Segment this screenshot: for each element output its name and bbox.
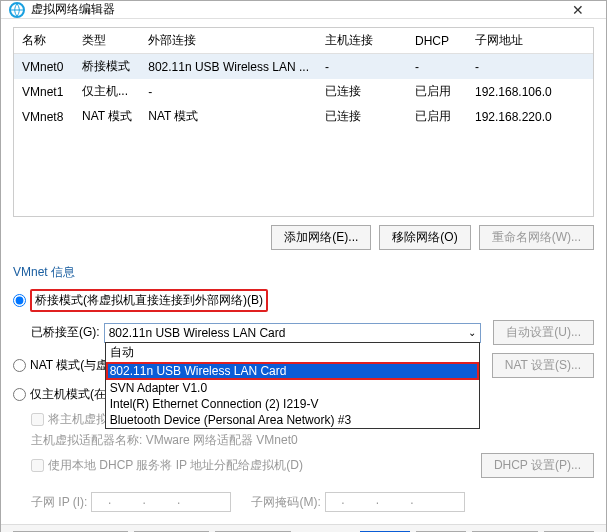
dialog-footer: 还原默认设置(R) 导入(T)... 导出(X)... 确定 取消 应用(A) … — [1, 524, 606, 532]
bridge-adapter-combo[interactable]: 802.11n USB Wireless LAN Card ⌄ 自动 802.1… — [104, 323, 482, 343]
hostonly-radio-label: 仅主机模式(在 — [30, 386, 106, 403]
use-dhcp-label: 使用本地 DHCP 服务将 IP 地址分配给虚拟机(D) — [48, 457, 303, 474]
bridge-to-label: 已桥接至(G): — [31, 324, 100, 341]
subnet-ip-label: 子网 IP (I): — [31, 494, 87, 511]
dialog-window: 虚拟网络编辑器 ✕ 名称 类型 外部连接 主机连接 DHCP 子网地址 — [0, 0, 607, 532]
subnet-ip-field[interactable]: ... — [91, 492, 231, 512]
col-type: 类型 — [74, 28, 140, 54]
chevron-down-icon: ⌄ — [468, 327, 476, 338]
vmnet-table[interactable]: 名称 类型 外部连接 主机连接 DHCP 子网地址 VMnet0 桥接模式 80… — [13, 27, 594, 217]
nat-radio-label: NAT 模式(与虚 — [30, 357, 108, 374]
bridge-radio[interactable] — [13, 294, 26, 307]
cell-subnet: 192.168.220.0 — [467, 104, 593, 129]
subnet-mask-label: 子网掩码(M): — [251, 494, 320, 511]
use-dhcp-row: 使用本地 DHCP 服务将 IP 地址分配给虚拟机(D) DHCP 设置(P).… — [31, 453, 594, 478]
col-dhcp: DHCP — [407, 28, 467, 54]
rename-network-button[interactable]: 重命名网络(W)... — [479, 225, 594, 250]
nat-settings-button[interactable]: NAT 设置(S)... — [492, 353, 594, 378]
dropdown-option[interactable]: 自动 — [106, 343, 480, 362]
dropdown-option[interactable]: SVN Adapter V1.0 — [106, 380, 480, 396]
cell-dhcp: - — [407, 54, 467, 80]
cell-type: 桥接模式 — [74, 54, 140, 80]
vmnet-info-label: VMnet 信息 — [13, 264, 594, 281]
app-icon — [9, 2, 25, 18]
table-header: 名称 类型 外部连接 主机连接 DHCP 子网地址 — [14, 28, 593, 54]
subnet-row: 子网 IP (I): ... 子网掩码(M): ... — [31, 492, 594, 512]
bridge-radio-label: 桥接模式(将虚拟机直接连接到外部网络)(B) — [30, 289, 268, 312]
cell-dhcp: 已启用 — [407, 104, 467, 129]
bridge-to-row: 已桥接至(G): 802.11n USB Wireless LAN Card ⌄… — [31, 320, 594, 345]
cell-ext: 802.11n USB Wireless LAN ... — [140, 54, 317, 80]
dialog-content: 名称 类型 外部连接 主机连接 DHCP 子网地址 VMnet0 桥接模式 80… — [1, 19, 606, 524]
connect-host-checkbox[interactable] — [31, 413, 44, 426]
remove-network-button[interactable]: 移除网络(O) — [379, 225, 470, 250]
col-name: 名称 — [14, 28, 74, 54]
dhcp-settings-button[interactable]: DHCP 设置(P)... — [481, 453, 594, 478]
col-ext: 外部连接 — [140, 28, 317, 54]
nat-radio[interactable] — [13, 359, 26, 372]
cell-name: VMnet8 — [14, 104, 74, 129]
cell-name: VMnet1 — [14, 79, 74, 104]
bridge-mode-row: 桥接模式(将虚拟机直接连接到外部网络)(B) — [13, 289, 594, 312]
cell-ext: - — [140, 79, 317, 104]
cell-dhcp: 已启用 — [407, 79, 467, 104]
dropdown-option[interactable]: Intel(R) Ethernet Connection (2) I219-V — [106, 396, 480, 412]
adapter-dropdown: 自动 802.11n USB Wireless LAN Card SVN Ada… — [105, 342, 481, 429]
cell-ext: NAT 模式 — [140, 104, 317, 129]
hostonly-radio[interactable] — [13, 388, 26, 401]
cell-type: 仅主机... — [74, 79, 140, 104]
title-bar: 虚拟网络编辑器 ✕ — [1, 1, 606, 19]
use-dhcp-checkbox[interactable] — [31, 459, 44, 472]
table-row[interactable]: VMnet0 桥接模式 802.11n USB Wireless LAN ...… — [14, 54, 593, 80]
cell-host: - — [317, 54, 407, 80]
cell-name: VMnet0 — [14, 54, 74, 80]
window-title: 虚拟网络编辑器 — [31, 1, 558, 18]
col-subnet: 子网地址 — [467, 28, 593, 54]
auto-settings-button[interactable]: 自动设置(U)... — [493, 320, 594, 345]
dropdown-option-selected[interactable]: 802.11n USB Wireless LAN Card — [106, 362, 480, 380]
cell-type: NAT 模式 — [74, 104, 140, 129]
close-button[interactable]: ✕ — [558, 2, 598, 18]
cell-subnet: 192.168.106.0 — [467, 79, 593, 104]
network-buttons: 添加网络(E)... 移除网络(O) 重命名网络(W)... — [13, 225, 594, 250]
table-row[interactable]: VMnet1 仅主机... - 已连接 已启用 192.168.106.0 — [14, 79, 593, 104]
cell-subnet: - — [467, 54, 593, 80]
cell-host: 已连接 — [317, 104, 407, 129]
add-network-button[interactable]: 添加网络(E)... — [271, 225, 371, 250]
table-row[interactable]: VMnet8 NAT 模式 NAT 模式 已连接 已启用 192.168.220… — [14, 104, 593, 129]
col-host: 主机连接 — [317, 28, 407, 54]
cell-host: 已连接 — [317, 79, 407, 104]
subnet-mask-field[interactable]: ... — [325, 492, 465, 512]
dropdown-option[interactable]: Bluetooth Device (Personal Area Network)… — [106, 412, 480, 428]
host-adapter-name: 主机虚拟适配器名称: VMware 网络适配器 VMnet0 — [31, 432, 594, 449]
combo-value: 802.11n USB Wireless LAN Card — [109, 326, 286, 340]
